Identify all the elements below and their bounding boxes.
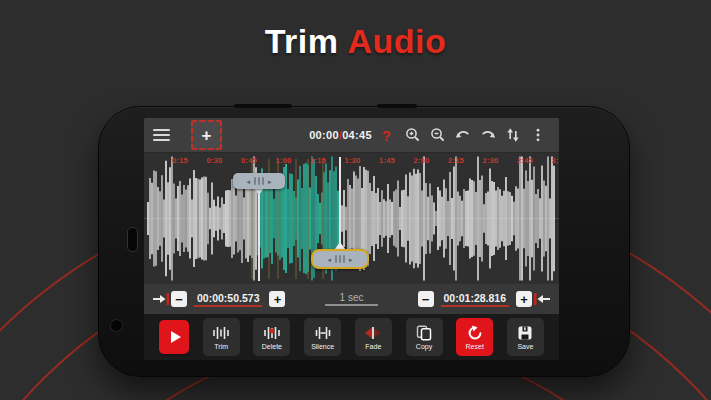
timeline-label: 1:30 xyxy=(345,156,361,165)
fade-button[interactable]: Fade xyxy=(355,318,392,356)
selection-end-pointer xyxy=(335,242,345,249)
selection-control-bar: − 00:00:50.573 + 1 sec − 00:01:28.816 + xyxy=(144,284,559,314)
play-button[interactable] xyxy=(159,320,189,354)
delete-icon xyxy=(262,325,282,341)
title-word-audio: Audio xyxy=(348,22,447,60)
silence-button[interactable]: Silence xyxy=(304,318,341,356)
menu-icon[interactable] xyxy=(153,129,170,141)
timeline-label: 3:00 xyxy=(552,156,559,165)
end-minus-button[interactable]: − xyxy=(418,291,434,307)
selection-end-handle[interactable]: ◂ ▸ xyxy=(311,249,369,269)
app-screen: + 00:00/04:45 ? xyxy=(144,118,559,360)
playback-time: 00:00/04:45 xyxy=(309,129,372,141)
timeline-label: 0:15 xyxy=(172,156,188,165)
add-audio-button[interactable]: + xyxy=(191,120,222,150)
top-toolbar: + 00:00/04:45 ? xyxy=(144,118,559,153)
zoom-out-icon[interactable] xyxy=(425,123,450,148)
timeline-label: 2:15 xyxy=(448,156,464,165)
jump-to-start-icon[interactable] xyxy=(151,291,171,307)
trim-label: Trim xyxy=(214,343,228,350)
zoom-in-icon[interactable] xyxy=(400,123,425,148)
timeline-label: 1:45 xyxy=(379,156,395,165)
silence-label: Silence xyxy=(311,343,334,350)
timeline-label: 1:00 xyxy=(276,156,292,165)
selection-start-pointer xyxy=(254,188,264,195)
waveform-area: 0:150:300:451:001:151:301:452:002:152:30… xyxy=(144,153,559,284)
silence-icon xyxy=(313,325,333,341)
end-plus-button[interactable]: + xyxy=(516,291,532,307)
delete-button[interactable]: Delete xyxy=(253,318,290,356)
page-title: TrimAudio xyxy=(0,22,711,61)
help-icon[interactable]: ? xyxy=(382,127,391,144)
save-label: Save xyxy=(517,343,533,350)
reset-button[interactable]: Reset xyxy=(456,318,493,356)
play-icon xyxy=(171,331,181,343)
selection-start-handle[interactable]: ◂ ▸ xyxy=(233,173,285,189)
timeline-label: 2:00 xyxy=(414,156,430,165)
swap-vert-icon[interactable] xyxy=(500,123,525,148)
trim-button[interactable]: Trim xyxy=(203,318,240,356)
copy-button[interactable]: Copy xyxy=(406,318,443,356)
handle-right-arrow-icon: ▸ xyxy=(268,178,272,185)
phone-power-button xyxy=(234,104,292,108)
selection-start-time[interactable]: 00:00:50.573 xyxy=(194,292,262,307)
handle-grip-icon xyxy=(335,255,345,263)
save-icon xyxy=(515,325,535,341)
phone-volume-button xyxy=(377,104,417,108)
undo-icon[interactable] xyxy=(450,123,475,148)
reset-icon xyxy=(465,325,485,341)
handle-right-arrow-icon: ▸ xyxy=(349,256,353,263)
title-word-trim: Trim xyxy=(265,22,339,60)
phone-camera xyxy=(110,319,123,332)
more-vert-icon[interactable] xyxy=(525,123,550,148)
jump-to-end-icon[interactable] xyxy=(532,291,552,307)
handle-grip-icon xyxy=(254,177,264,185)
start-minus-button[interactable]: − xyxy=(171,291,187,307)
phone-mockup: + 00:00/04:45 ? xyxy=(98,106,630,377)
fade-icon xyxy=(363,325,383,341)
timeline-label: 2:45 xyxy=(517,156,533,165)
trim-icon xyxy=(211,325,231,341)
timeline-label: 0:45 xyxy=(241,156,257,165)
redo-icon[interactable] xyxy=(475,123,500,148)
handle-left-arrow-icon: ◂ xyxy=(246,178,250,185)
handle-left-arrow-icon: ◂ xyxy=(327,256,331,263)
start-plus-button[interactable]: + xyxy=(269,291,285,307)
timeline-label: 2:30 xyxy=(483,156,499,165)
time-current: 00:00 xyxy=(309,129,339,141)
time-total: 04:45 xyxy=(342,129,372,141)
delete-label: Delete xyxy=(262,343,282,350)
phone-earpiece xyxy=(127,227,138,252)
timeline-label: 0:30 xyxy=(207,156,223,165)
copy-label: Copy xyxy=(416,343,432,350)
reset-label: Reset xyxy=(466,343,484,350)
action-toolbar: Trim Delete Silence Fade Copy xyxy=(144,314,559,360)
promo-canvas: TrimAudio + 00:00/04:45 ? xyxy=(0,0,711,400)
fade-label: Fade xyxy=(365,343,381,350)
step-size-selector[interactable]: 1 sec xyxy=(325,292,379,306)
timeline-label: 1:15 xyxy=(310,156,326,165)
copy-icon xyxy=(414,325,434,341)
save-button[interactable]: Save xyxy=(507,318,544,356)
selection-end-time[interactable]: 00:01:28.816 xyxy=(441,292,509,307)
